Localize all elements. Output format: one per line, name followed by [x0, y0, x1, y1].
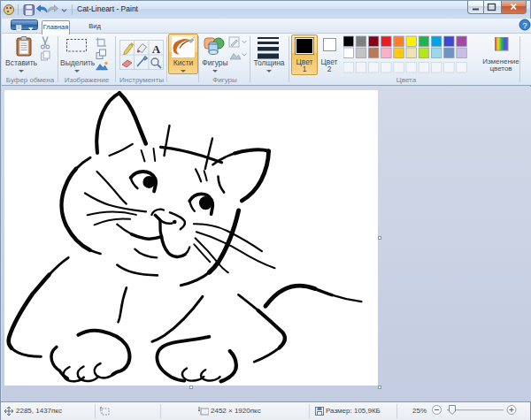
svg-text:?: ? — [522, 21, 527, 30]
svg-text:A: A — [152, 42, 161, 56]
